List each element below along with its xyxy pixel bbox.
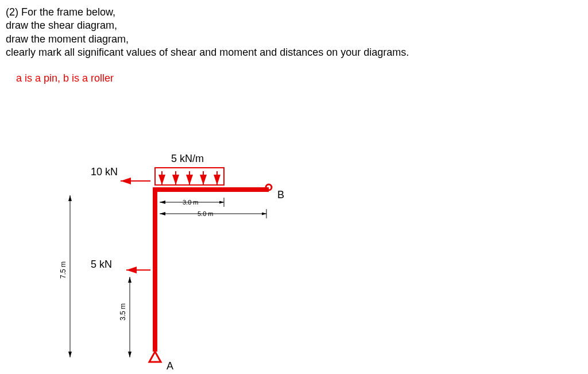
dim-3m-label: 3.0 m [183, 199, 199, 206]
pin-support-icon [149, 352, 161, 362]
problem-statement: (2) For the frame below, draw the shear … [6, 6, 582, 60]
distributed-load-label: 5 kN/m [171, 153, 204, 164]
dim-5m-label: 5.0 m [198, 210, 214, 217]
point-b-label: B [277, 189, 284, 201]
problem-line-1: (2) For the frame below, [6, 6, 582, 19]
frame-svg: A B 5 kN/m 10 kN 5 kN 7.5 m 3.5 m 3.0 m … [63, 144, 350, 373]
support-note: a is a pin, b is a roller [16, 72, 582, 84]
dim-3-5m-label: 3.5 m [119, 303, 127, 321]
distributed-load-arrows [162, 171, 217, 185]
point-a-label: A [167, 360, 173, 372]
problem-line-3: draw the moment diagram, [6, 33, 582, 46]
dim-7-5m-label: 7.5 m [59, 261, 67, 279]
problem-line-2: draw the shear diagram, [6, 19, 582, 32]
force-10kn-label: 10 kN [91, 166, 118, 178]
force-5kn-label: 5 kN [91, 259, 112, 270]
frame-diagram: A B 5 kN/m 10 kN 5 kN 7.5 m 3.5 m 3.0 m … [63, 144, 350, 368]
problem-line-4: clearly mark all significant values of s… [6, 46, 582, 59]
